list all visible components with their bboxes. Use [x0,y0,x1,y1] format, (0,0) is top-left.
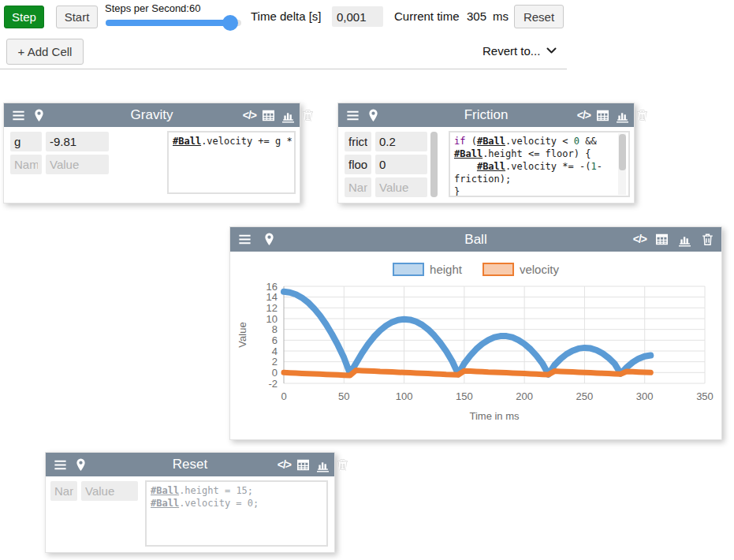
toolbar-divider [0,69,567,69]
table-view-icon[interactable] [296,457,311,472]
cell-friction-header[interactable]: Friction </> [338,103,634,127]
chevron-down-icon [546,47,557,54]
pin-icon[interactable] [32,108,47,123]
param-name-input[interactable] [10,132,42,151]
code-view-icon[interactable]: </> [577,109,591,121]
svg-text:200: 200 [516,390,533,402]
table-view-icon[interactable] [654,232,669,247]
steps-per-second-slider[interactable] [106,20,241,26]
svg-text:250: 250 [576,390,594,402]
menu-icon[interactable] [53,457,68,472]
ball-chart-svg: 1614121086420-2050100150200250300350Valu… [230,252,721,441]
slider-fill [106,20,232,26]
trash-icon[interactable] [300,108,315,123]
svg-text:Time in ms: Time in ms [469,410,520,422]
param-name-input[interactable] [345,177,371,197]
param-value-input[interactable] [375,155,427,174]
chart-view-icon[interactable] [281,108,296,123]
reset-time-button[interactable]: Reset [514,5,564,28]
legend-item-height[interactable]: height [393,263,462,276]
time-delta-input[interactable] [332,6,383,27]
gravity-code-editor[interactable]: #Ball.velocity += g * dt; [167,131,296,194]
menu-icon[interactable] [237,232,252,247]
code-view-icon[interactable]: </> [243,109,256,121]
trash-icon[interactable] [335,457,350,472]
param-name-input[interactable] [10,155,42,174]
legend-item-velocity[interactable]: velocity [483,263,559,276]
step-button[interactable]: Step [4,6,44,28]
cell-ball-body: height velocity 1614121086420-2050100150… [230,252,721,441]
chart-view-icon[interactable] [615,108,630,123]
param-value-input[interactable] [375,177,427,197]
param-value-input[interactable] [46,132,109,151]
menu-icon[interactable] [11,108,26,123]
param-name-input[interactable] [345,132,371,151]
svg-text:Value: Value [237,322,248,347]
revert-to-label: Revert to... [483,44,540,58]
svg-text:150: 150 [456,390,473,402]
code-view-icon[interactable]: </> [633,233,646,245]
param-value-input[interactable] [46,155,109,174]
param-value-input[interactable] [81,481,138,501]
velocity-legend-label: velocity [520,263,559,276]
svg-text:350: 350 [696,390,714,402]
cell-friction: Friction </> if (#Ball.velocity < 0 && #… [337,103,635,203]
cell-ball: Ball </> height velocity 1614121086420-2… [229,226,722,440]
table-view-icon[interactable] [595,108,610,123]
code-scrollbar[interactable] [619,134,626,170]
revert-to-dropdown[interactable]: Revert to... [483,44,557,58]
chart-legend: height velocity [230,263,721,276]
pin-icon[interactable] [262,232,277,247]
table-view-icon[interactable] [261,108,276,123]
start-button[interactable]: Start [56,6,98,28]
svg-text:-2: -2 [268,378,278,390]
chart-view-icon[interactable] [677,232,692,247]
reset-code-editor[interactable]: #Ball.height = 15; #Ball.velocity = 0; [145,480,328,547]
height-legend-swatch [393,263,424,276]
cell-reset: Reset </> #Ball.height = 15; #Ball.veloc… [45,452,335,553]
svg-text:100: 100 [396,390,413,402]
current-time-label: Current time [394,9,460,23]
param-name-input[interactable] [50,481,77,501]
current-time-unit: ms [493,9,509,23]
pin-icon[interactable] [366,108,381,123]
svg-text:0: 0 [281,390,286,402]
trash-icon[interactable] [700,232,715,247]
current-time-value: 305 [467,9,486,23]
velocity-legend-swatch [483,263,514,276]
cell-ball-header[interactable]: Ball </> [230,227,721,252]
code-view-icon[interactable]: </> [278,458,291,471]
time-delta-label: Time delta [s] [251,9,321,23]
chart-view-icon[interactable] [315,457,330,472]
trash-icon[interactable] [635,108,650,123]
cell-gravity-header[interactable]: Gravity </> [4,103,300,127]
friction-code-editor[interactable]: if (#Ball.velocity < 0 && #Ball.height <… [449,131,630,197]
pin-icon[interactable] [73,457,88,472]
steps-per-second-label: Steps per Second:60 [105,2,200,14]
height-legend-label: height [430,263,462,276]
param-list-scrollbar[interactable] [430,132,438,197]
param-name-input[interactable] [345,155,371,174]
param-value-input[interactable] [375,132,427,151]
slider-knob[interactable] [222,15,238,31]
add-cell-button[interactable]: + Add Cell [6,39,84,65]
svg-text:300: 300 [636,390,654,402]
cell-gravity: Gravity </> #Ball.velocity += g * dt; [3,103,300,203]
svg-text:50: 50 [338,390,349,402]
menu-icon[interactable] [345,108,360,123]
cell-reset-header[interactable]: Reset </> [46,453,334,476]
